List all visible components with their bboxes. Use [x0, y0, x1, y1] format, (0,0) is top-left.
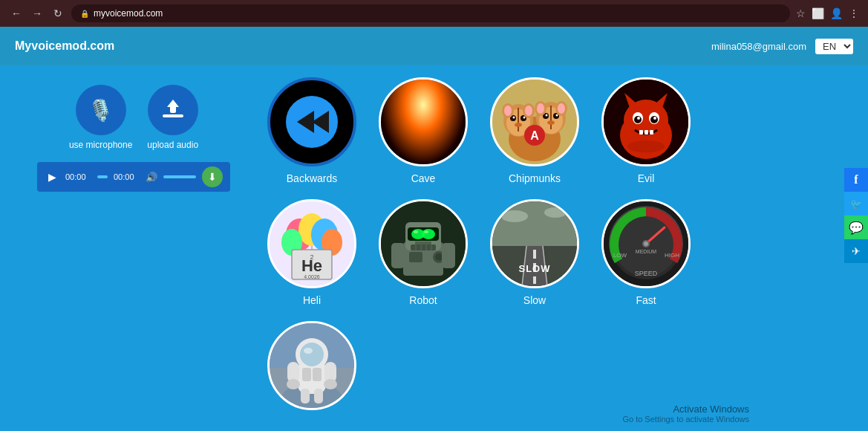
svg-rect-70 [411, 244, 436, 250]
svg-point-77 [435, 253, 443, 261]
svg-rect-109 [313, 368, 322, 381]
svg-text:MEDIUM: MEDIUM [636, 249, 657, 254]
slow-label: Slow [523, 294, 546, 306]
lock-icon: 🔒 [80, 10, 89, 18]
svg-point-68 [414, 230, 418, 233]
slow-circle: SLOW [490, 199, 579, 288]
upload-icon [160, 97, 186, 123]
robot-label: Robot [409, 294, 437, 306]
svg-rect-79 [442, 243, 455, 268]
svg-point-112 [287, 379, 300, 389]
browser-chrome: ← → ↻ 🔒 myvoicemod.com ☆ ⬜ 👤 ⋮ [0, 0, 868, 27]
whatsapp-button[interactable]: 💬 [844, 216, 868, 239]
use-microphone-button[interactable]: 🎙️ use microphone [69, 85, 132, 150]
svg-text:A: A [530, 129, 539, 142]
browser-icons: ☆ ⬜ 👤 ⋮ [796, 7, 859, 19]
activate-title: Activate Windows [622, 404, 749, 415]
twitter-icon: 🐦 [850, 198, 862, 210]
user-email: milina058@gmail.com [711, 41, 806, 52]
heli-label: Heli [303, 294, 321, 306]
svg-text:SPEED: SPEED [635, 270, 658, 277]
svg-point-69 [424, 230, 428, 233]
forward-button[interactable]: → [30, 6, 45, 21]
svg-point-107 [304, 348, 313, 354]
facebook-icon: f [854, 173, 858, 187]
extensions-icon[interactable]: ⬜ [812, 7, 824, 19]
svg-point-13 [523, 117, 526, 119]
star-icon[interactable]: ☆ [796, 7, 806, 19]
svg-rect-85 [533, 250, 536, 259]
logo: Myvoicemod.com [15, 39, 114, 53]
slow-image: SLOW [492, 201, 577, 286]
voice-item-cave[interactable]: Cave [379, 77, 468, 184]
svg-point-99 [644, 242, 648, 246]
facebook-button[interactable]: f [844, 168, 868, 192]
cave-label: Cave [411, 172, 436, 184]
evil-label: Evil [638, 172, 655, 184]
svg-marker-3 [312, 111, 329, 133]
telegram-icon: ✈ [852, 245, 861, 257]
url-text: myvoicemod.com [94, 8, 163, 19]
svg-point-12 [513, 117, 515, 119]
svg-rect-108 [302, 368, 311, 381]
left-panel: 🎙️ use microphone upload audio [15, 77, 252, 419]
voice-item-chipmunks[interactable]: A Chipmunks [490, 77, 579, 184]
backwards-circle [267, 77, 356, 166]
voice-item-slow[interactable]: SLOW Slow [490, 199, 579, 306]
voice-item-backwards[interactable]: Backwards [267, 77, 356, 184]
svg-rect-80 [492, 201, 577, 246]
voice-row-3 [267, 321, 853, 416]
play-button[interactable]: ▶ [45, 169, 59, 184]
voice-item-evil[interactable]: Evil [601, 77, 691, 184]
menu-icon[interactable]: ⋮ [849, 7, 859, 19]
voice-row-2: 2 He 4.0026 Heli [267, 199, 853, 306]
twitter-button[interactable]: 🐦 [844, 192, 868, 216]
svg-text:He: He [301, 256, 322, 275]
voice-row-1: Backwards Cave [267, 77, 853, 184]
svg-rect-44 [639, 130, 643, 135]
backwards-label: Backwards [287, 172, 337, 184]
main-content: 🎙️ use microphone upload audio [0, 65, 868, 431]
svg-point-24 [546, 114, 548, 117]
svg-marker-4 [297, 111, 314, 133]
svg-rect-45 [645, 130, 648, 135]
download-button[interactable]: ⬇ [202, 166, 223, 187]
svg-point-26 [547, 120, 555, 125]
language-select[interactable]: EN ES FR [815, 39, 853, 54]
svg-point-43 [653, 117, 656, 120]
robot-image [381, 201, 466, 286]
svg-rect-87 [533, 276, 536, 284]
voice-item-robot[interactable]: Robot [379, 199, 468, 306]
app: Myvoicemod.com milina058@gmail.com EN ES… [0, 27, 868, 431]
svg-point-47 [627, 140, 665, 152]
svg-point-106 [300, 343, 324, 366]
upload-audio-button[interactable]: upload audio [147, 85, 198, 150]
svg-point-81 [501, 210, 528, 222]
heli-circle: 2 He 4.0026 [267, 199, 356, 288]
svg-rect-46 [650, 130, 653, 135]
input-buttons: 🎙️ use microphone upload audio [69, 85, 198, 150]
evil-circle [601, 77, 691, 166]
upload-label: upload audio [147, 140, 198, 150]
voice-item-heli[interactable]: 2 He 4.0026 Heli [267, 199, 356, 306]
progress-bar[interactable] [97, 175, 108, 178]
svg-point-25 [556, 114, 558, 117]
profile-icon[interactable]: 👤 [830, 7, 843, 19]
svg-point-30 [558, 103, 565, 114]
telegram-button[interactable]: ✈ [844, 239, 868, 263]
activate-subtitle: Go to Settings to activate Windows [622, 415, 749, 424]
chipmunks-label: Chipmunks [509, 172, 561, 184]
volume-icon[interactable]: 🔊 [146, 172, 157, 183]
astronaut-image [270, 323, 354, 408]
voice-item-astronaut[interactable] [267, 321, 356, 416]
reload-button[interactable]: ↻ [50, 6, 65, 21]
svg-point-42 [637, 117, 640, 120]
svg-text:HIGH: HIGH [665, 252, 679, 259]
volume-bar[interactable] [163, 175, 196, 178]
astronaut-circle [267, 321, 356, 410]
voice-grid: Backwards Cave [267, 77, 853, 419]
chipmunks-image: A [492, 80, 577, 164]
voice-item-fast[interactable]: SPEED LOW HIGH MEDIUM Fast [601, 199, 691, 306]
back-button[interactable]: ← [9, 6, 24, 21]
heli-image: 2 He 4.0026 [270, 201, 354, 286]
